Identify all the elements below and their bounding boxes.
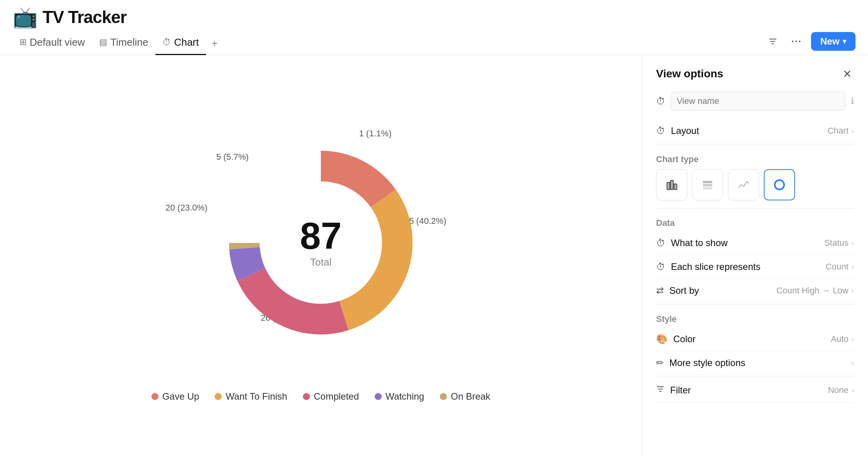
chart-type-line-button[interactable]	[728, 169, 759, 200]
legend-item-want-to-finish: Want To Finish	[215, 391, 287, 402]
layout-label: Layout	[671, 125, 827, 136]
divider-2	[656, 208, 854, 209]
what-to-show-icon: ⏱	[656, 238, 665, 248]
add-tab-button[interactable]: +	[206, 33, 223, 54]
view-name-row: ⏱ ℹ	[656, 92, 854, 111]
sort-by-value: Count High → Low	[776, 286, 848, 296]
chart-wrapper: 1 (1.1%) 5 (5.7%) 20 (23.0%) 35 (40.2%) …	[145, 110, 496, 375]
more-style-row[interactable]: ✏ More style options ›	[656, 351, 854, 375]
each-slice-row[interactable]: ⏱ Each slice represents Count ›	[656, 255, 854, 279]
chart-type-row	[656, 169, 854, 200]
chart-type-stacked-bar-button[interactable]	[692, 169, 723, 200]
filter-row[interactable]: Filter None ›	[656, 379, 854, 402]
table-icon: ⊞	[20, 37, 27, 47]
svg-point-5	[799, 41, 800, 42]
legend-item-on-break: On Break	[440, 391, 490, 402]
color-icon: 🎨	[656, 334, 668, 345]
color-value: Auto	[831, 334, 848, 344]
sort-by-icon: ⇄	[656, 285, 664, 296]
legend-dot-on-break	[440, 393, 447, 400]
panel-title: View options	[656, 68, 723, 80]
data-section-header: Data	[656, 218, 854, 228]
color-row[interactable]: 🎨 Color Auto ›	[656, 327, 854, 351]
layout-option-row[interactable]: ⏱ Layout Chart ›	[656, 119, 854, 143]
legend-dot-want-to-finish	[215, 393, 222, 400]
legend-item-watching: Watching	[375, 391, 424, 402]
chart-type-section-header: Chart type	[656, 154, 854, 164]
tabs-bar: ⊞ Default view ▤ Timeline ⏱ Chart + New …	[0, 27, 868, 55]
divider-4	[656, 377, 854, 377]
sort-by-row[interactable]: ⇄ Sort by Count High → Low ›	[656, 279, 854, 303]
view-name-input[interactable]	[671, 92, 845, 111]
more-style-label: More style options	[669, 357, 852, 368]
layout-icon: ⏱	[656, 125, 665, 136]
chart-legend: Gave Up Want To Finish Completed Watchin…	[151, 391, 491, 402]
app-header: 📺 TV Tracker	[0, 0, 868, 27]
donut-total-label: Total	[300, 256, 342, 268]
chart-area: 1 (1.1%) 5 (5.7%) 20 (23.0%) 35 (40.2%) …	[0, 55, 642, 457]
filter-label: Filter	[670, 385, 828, 396]
legend-dot-completed	[303, 393, 310, 400]
layout-chevron-icon: ›	[852, 127, 854, 135]
app-icon: 📺	[12, 7, 38, 27]
color-label: Color	[673, 334, 831, 345]
tab-chart[interactable]: ⏱ Chart	[155, 32, 206, 55]
color-chevron-icon: ›	[852, 335, 854, 343]
what-to-show-chevron-icon: ›	[852, 239, 854, 247]
app-title: TV Tracker	[43, 7, 126, 27]
what-to-show-value: Status	[824, 238, 848, 248]
new-chevron-icon: ▾	[843, 37, 846, 46]
svg-rect-12	[671, 180, 673, 189]
svg-rect-14	[703, 181, 712, 183]
filter-value: None	[828, 385, 848, 395]
svg-point-4	[795, 41, 797, 42]
main-layout: 1 (1.1%) 5 (5.7%) 20 (23.0%) 35 (40.2%) …	[0, 55, 868, 457]
close-panel-button[interactable]: ✕	[840, 67, 854, 81]
tab-default-view[interactable]: ⊞ Default view	[12, 32, 92, 55]
right-panel: View options ✕ ⏱ ℹ ⏱ Layout Chart › Char…	[642, 55, 868, 457]
legend-dot-gave-up	[151, 393, 158, 400]
each-slice-label: Each slice represents	[671, 261, 825, 272]
sort-by-chevron-icon: ›	[852, 287, 854, 295]
filter-icon-button[interactable]	[764, 33, 781, 50]
what-to-show-row[interactable]: ⏱ What to show Status ›	[656, 231, 854, 255]
filter-row-icon	[656, 385, 665, 396]
svg-rect-13	[674, 184, 677, 189]
legend-dot-watching	[375, 393, 382, 400]
timeline-icon: ▤	[99, 37, 107, 47]
legend-item-gave-up: Gave Up	[151, 391, 199, 402]
callout-completed: 20 (23.0%)	[165, 203, 208, 213]
donut-center: 87 Total	[300, 217, 342, 268]
new-button[interactable]: New ▾	[811, 32, 856, 51]
legend-item-completed: Completed	[303, 391, 359, 402]
donut-chart: 87 Total	[212, 133, 430, 352]
sort-by-label: Sort by	[669, 285, 776, 296]
chart-type-bar-button[interactable]	[656, 169, 687, 200]
panel-header: View options ✕	[656, 67, 854, 81]
tab-timeline[interactable]: ▤ Timeline	[92, 32, 155, 55]
view-name-clock-icon: ⏱	[656, 96, 665, 107]
svg-rect-16	[703, 187, 712, 189]
tabs-right: New ▾	[764, 32, 856, 55]
style-section-header: Style	[656, 314, 854, 324]
more-style-chevron-icon: ›	[852, 359, 854, 367]
divider-1	[656, 145, 854, 145]
svg-point-18	[777, 182, 782, 187]
svg-rect-11	[667, 182, 670, 189]
more-options-button[interactable]	[788, 33, 805, 50]
clock-icon: ⏱	[162, 37, 171, 47]
each-slice-icon: ⏱	[656, 261, 665, 272]
each-slice-chevron-icon: ›	[852, 263, 854, 271]
donut-total-value: 87	[300, 217, 342, 255]
each-slice-value: Count	[825, 262, 848, 272]
svg-point-3	[792, 41, 793, 42]
what-to-show-label: What to show	[671, 238, 824, 248]
svg-rect-15	[703, 184, 712, 186]
layout-value: Chart	[827, 126, 848, 136]
more-style-icon: ✏	[656, 357, 664, 368]
info-icon[interactable]: ℹ	[851, 96, 854, 106]
filter-chevron-icon: ›	[852, 386, 854, 395]
chart-type-donut-button[interactable]	[764, 169, 795, 200]
divider-3	[656, 304, 854, 305]
